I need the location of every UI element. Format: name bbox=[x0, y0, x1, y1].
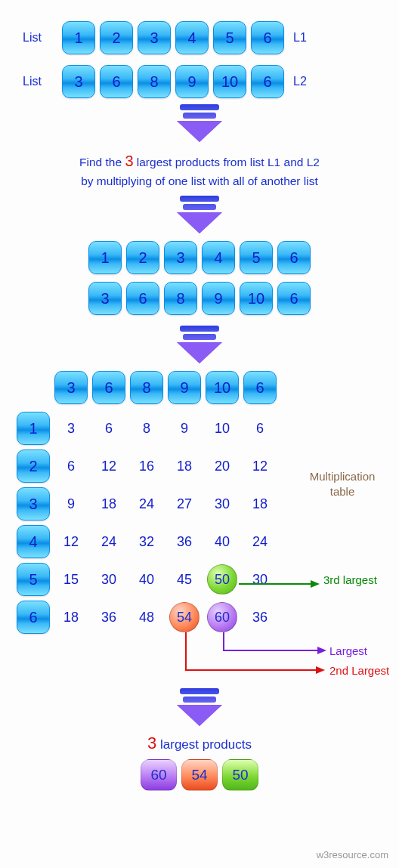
multiplication-table: 3689106 123456 3689106612161820129182427… bbox=[0, 371, 399, 643]
list-cell: 9 bbox=[202, 282, 235, 315]
list-cell: 3 bbox=[62, 65, 95, 98]
product-cell: 10 bbox=[206, 421, 239, 437]
product-cell: 54 bbox=[168, 602, 201, 632]
list-cell: 6 bbox=[100, 65, 133, 98]
svg-marker-3 bbox=[316, 666, 325, 674]
product-cell: 24 bbox=[243, 534, 277, 550]
product-cell: 18 bbox=[54, 610, 88, 626]
list-cell: 6 bbox=[251, 21, 284, 54]
svg-marker-2 bbox=[317, 647, 326, 654]
arrow-4 bbox=[0, 688, 399, 726]
l1-row: List 123456 L1 bbox=[0, 21, 399, 54]
product-cell: 24 bbox=[92, 534, 125, 550]
list-label-2: List bbox=[23, 75, 57, 88]
ann-largest: Largest bbox=[329, 644, 367, 657]
product-cell: 3 bbox=[54, 421, 88, 437]
list-cell: 4 bbox=[202, 241, 235, 274]
product-cell: 45 bbox=[168, 572, 201, 588]
list-cell: 1 bbox=[62, 21, 95, 54]
product-cell: 8 bbox=[130, 421, 163, 437]
list-cell: 4 bbox=[17, 525, 50, 558]
list-cell: 1 bbox=[17, 412, 50, 445]
product-cell: 32 bbox=[130, 534, 163, 550]
product-cell: 12 bbox=[243, 459, 277, 474]
list-cell: 2 bbox=[126, 241, 159, 274]
arrow-3 bbox=[0, 326, 399, 363]
list-cell: 6 bbox=[92, 371, 125, 404]
product-cell: 6 bbox=[92, 421, 125, 437]
list-cell: 2 bbox=[17, 449, 50, 483]
svg-marker-1 bbox=[311, 580, 320, 588]
list-cell: 3 bbox=[164, 241, 197, 274]
product-cell: 40 bbox=[130, 572, 163, 588]
list-cell: 9 bbox=[168, 371, 201, 404]
product-cell: 16 bbox=[130, 459, 163, 474]
list-cell: 10 bbox=[206, 371, 239, 404]
product-cell: 36 bbox=[92, 610, 125, 626]
product-cell: 6 bbox=[54, 459, 88, 474]
ann-second: 2nd Largest bbox=[329, 664, 389, 677]
product-cell: 12 bbox=[92, 459, 125, 474]
result-third: 50 bbox=[222, 759, 258, 791]
product-cell: 27 bbox=[168, 496, 201, 512]
list-cell: 5 bbox=[213, 21, 246, 54]
list-cell: 8 bbox=[130, 371, 163, 404]
list-cell: 6 bbox=[251, 65, 284, 98]
product-cell: 18 bbox=[168, 459, 201, 474]
list-cell: 8 bbox=[164, 282, 197, 315]
list-cell: 5 bbox=[17, 563, 50, 596]
list-cell: 2 bbox=[100, 21, 133, 54]
arrow-2 bbox=[0, 196, 399, 233]
list-cell: 6 bbox=[277, 282, 311, 315]
list-cell: 3 bbox=[17, 487, 50, 520]
result-row: 60 54 50 bbox=[0, 759, 399, 791]
list-cell: 1 bbox=[88, 241, 122, 274]
result-largest: 60 bbox=[141, 759, 177, 791]
list-cell: 8 bbox=[138, 65, 171, 98]
list-cell: 3 bbox=[54, 371, 88, 404]
l1-repeat: 123456 bbox=[0, 241, 399, 274]
product-cell: 30 bbox=[92, 572, 125, 588]
list-cell: 9 bbox=[175, 65, 209, 98]
l2-row: List 3689106 L2 bbox=[0, 65, 399, 98]
product-cell: 6 bbox=[243, 421, 277, 437]
product-cell: 18 bbox=[243, 496, 277, 512]
list-cell: 5 bbox=[240, 241, 273, 274]
product-cell: 50 bbox=[206, 564, 239, 595]
list-cell: 4 bbox=[175, 21, 209, 54]
list-cell: 6 bbox=[277, 241, 311, 274]
product-cell: 20 bbox=[206, 459, 239, 474]
product-cell: 9 bbox=[54, 496, 88, 512]
list-cell: 6 bbox=[243, 371, 277, 404]
result-caption: 3 largest products bbox=[0, 734, 399, 753]
list-label-1: List bbox=[23, 31, 57, 45]
footer-credit: w3resource.com bbox=[317, 849, 388, 860]
product-cell: 12 bbox=[54, 534, 88, 550]
product-cell: 36 bbox=[168, 534, 201, 550]
product-cell: 36 bbox=[243, 610, 277, 626]
l2-label: L2 bbox=[293, 75, 316, 88]
list-cell: 6 bbox=[126, 282, 159, 315]
product-cell: 48 bbox=[130, 610, 163, 626]
caption-main: Find the 3 largest products from list L1… bbox=[33, 150, 366, 190]
product-cell: 9 bbox=[168, 421, 201, 437]
product-cell: 40 bbox=[206, 534, 239, 550]
ann-third: 3rd largest bbox=[323, 573, 377, 586]
list-cell: 10 bbox=[213, 65, 246, 98]
product-cell: 60 bbox=[206, 602, 239, 632]
product-cell: 18 bbox=[92, 496, 125, 512]
product-cell: 30 bbox=[206, 496, 239, 512]
product-cell: 30 bbox=[243, 572, 277, 588]
list-cell: 3 bbox=[88, 282, 122, 315]
list-cell: 3 bbox=[138, 21, 171, 54]
product-cell: 24 bbox=[130, 496, 163, 512]
result-second: 54 bbox=[181, 759, 218, 791]
list-cell: 6 bbox=[17, 601, 50, 634]
list-cell: 10 bbox=[240, 282, 273, 315]
mul-table-label: Multiplication table bbox=[301, 469, 384, 499]
l1-label: L1 bbox=[293, 31, 316, 45]
arrow-1 bbox=[0, 104, 399, 142]
product-cell: 15 bbox=[54, 572, 88, 588]
l2-repeat: 3689106 bbox=[0, 282, 399, 315]
